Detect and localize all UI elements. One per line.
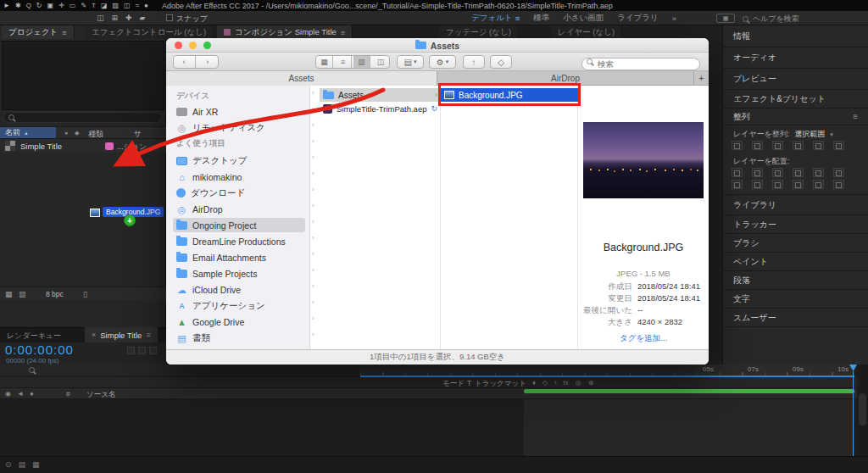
distribute-left-button[interactable] xyxy=(793,168,804,177)
selection-tool-icon[interactable]: ► xyxy=(3,0,10,11)
label-color-column-icon[interactable]: ● xyxy=(64,130,68,136)
align-hcenter-button[interactable] xyxy=(752,141,763,150)
distribute-bottom-button[interactable] xyxy=(772,168,783,177)
column-t[interactable]: T xyxy=(467,379,471,387)
add-tags-link[interactable]: タグを追加... xyxy=(578,333,709,344)
puppet-tool-icon[interactable]: ● xyxy=(144,0,148,11)
close-tab-icon[interactable]: × xyxy=(92,331,96,339)
tab-layer[interactable]: レイヤー (なし) xyxy=(551,25,622,39)
action-gear-button[interactable]: ⚙▾ xyxy=(429,55,456,69)
panel-paragraph[interactable]: 段落 xyxy=(722,271,868,290)
workspace-standard[interactable]: 標準 xyxy=(533,13,549,24)
panel-smoother[interactable]: スムーザー xyxy=(722,309,868,327)
panel-menu-icon[interactable]: ≡ xyxy=(62,28,67,37)
distribute-button[interactable] xyxy=(732,180,743,189)
list-view-button[interactable]: ≡ xyxy=(335,56,352,68)
quality-switch-icon[interactable]: \ xyxy=(554,379,556,387)
panel-align[interactable]: 整列≡ xyxy=(722,109,868,125)
distribute-hcenter-button[interactable] xyxy=(813,168,824,177)
icon-view-button[interactable]: ▦ xyxy=(316,56,333,68)
distribute-right-button[interactable] xyxy=(833,168,844,177)
snap-checkbox[interactable] xyxy=(166,14,173,21)
transfer-controls-icon[interactable]: ▦ xyxy=(32,460,40,469)
sidebar-item-sample-projects[interactable]: Sample Projects xyxy=(173,266,305,281)
guides-icon[interactable]: ⊞ xyxy=(112,14,119,22)
panel-tracker[interactable]: トラッカー xyxy=(722,215,868,234)
align-bottom-button[interactable] xyxy=(833,141,844,150)
panel-effects-presets[interactable]: エフェクト&プリセット xyxy=(722,90,868,109)
hand-tool-icon[interactable]: ✱ xyxy=(15,0,21,11)
sidebar-item-documents[interactable]: ▤書類 xyxy=(173,331,305,345)
sidebar-item-email-attachments[interactable]: Email Attachments xyxy=(173,250,305,264)
color-depth-label[interactable]: 8 bpc xyxy=(46,290,64,298)
effects-switch-icon[interactable]: fx xyxy=(563,379,568,387)
grid-options-icon[interactable]: ◫ xyxy=(97,14,104,22)
motion-blur-switch-icon[interactable]: ◎ xyxy=(576,379,581,387)
pan-behind-tool-icon[interactable]: ✛ xyxy=(58,0,64,11)
sidebar-item-desktop[interactable]: デスクトップ xyxy=(173,153,305,168)
column-view-button[interactable]: ▥ xyxy=(353,56,370,68)
share-button[interactable]: ↑ xyxy=(463,55,485,69)
sidebar-item-ongoing-project[interactable]: Ongoing Project xyxy=(173,218,305,232)
work-area-bar[interactable] xyxy=(524,389,854,393)
mask-feather-icon[interactable]: ▰ xyxy=(140,14,146,22)
workspace-default[interactable]: デフォルト≡ xyxy=(471,13,520,24)
interpret-footage-icon[interactable]: ▦ xyxy=(5,290,13,298)
video-eye-icon[interactable]: ◉ xyxy=(5,390,11,398)
project-search-field[interactable] xyxy=(3,112,161,123)
tab-effect-controls[interactable]: エフェクトコントロール (なし) xyxy=(85,25,214,39)
panel-brushes[interactable]: ブラシ xyxy=(722,234,868,253)
workspace-libraries[interactable]: ライブラリ xyxy=(617,13,659,24)
crosshair-icon[interactable]: ✚ xyxy=(125,14,132,22)
graph-editor-icon[interactable]: ▤ xyxy=(19,460,26,469)
align-left-button[interactable] xyxy=(732,141,743,150)
collapse-switch-icon[interactable]: ◇ xyxy=(542,379,548,387)
tab-timeline-comp[interactable]: × Simple Title ≡ xyxy=(85,327,158,342)
sidebar-item-home[interactable]: ⌂mikiomakino xyxy=(173,170,305,184)
tab-project[interactable]: プロジェクト≡ xyxy=(2,25,75,39)
align-vcenter-button[interactable] xyxy=(813,141,824,150)
distribute-button[interactable] xyxy=(752,180,763,189)
panel-character[interactable]: 文字 xyxy=(722,290,868,309)
rotation-tool-icon[interactable]: ↻ xyxy=(36,0,42,11)
workspace-switcher-icon[interactable]: ▦ xyxy=(716,14,735,23)
tab-render-queue[interactable]: レンダーキュー xyxy=(7,331,61,342)
panel-info[interactable]: 情報 xyxy=(722,25,868,47)
scrollbar-thumb[interactable] xyxy=(859,393,866,426)
finder-search-input[interactable] xyxy=(581,58,700,70)
timeline-view-options[interactable] xyxy=(127,347,157,354)
tab-composition[interactable]: コンポジション Simple Title≡ xyxy=(217,25,353,39)
search-icon[interactable] xyxy=(29,367,35,373)
tags-button[interactable]: ◇ xyxy=(490,55,512,69)
workspace-overflow-icon[interactable]: » xyxy=(672,14,676,23)
help-search[interactable]: ヘルプを検索 xyxy=(743,14,799,25)
sidebar-item-google-drive[interactable]: ▲Google Drive xyxy=(173,314,305,329)
audio-icon[interactable]: ◄ xyxy=(17,390,24,398)
file-row-aep[interactable]: Ae SimpleTitle-TrimPath.aep ↻ xyxy=(320,102,441,115)
align-right-button[interactable] xyxy=(772,141,783,150)
workspace-small-screen[interactable]: 小さい画面 xyxy=(563,13,604,24)
delete-icon[interactable]: ▯ xyxy=(83,290,87,298)
eraser-tool-icon[interactable]: ◫ xyxy=(124,0,131,11)
label-shape-column-icon[interactable]: ◆ xyxy=(75,130,79,136)
new-tab-button[interactable]: + xyxy=(693,71,709,86)
sidebar-item-icloud-drive[interactable]: ☁iCloud Drive xyxy=(173,282,305,297)
distribute-vcenter-button[interactable] xyxy=(752,168,763,177)
zoom-tool-icon[interactable]: Q xyxy=(26,0,31,11)
3d-switch-icon[interactable]: ⊕ xyxy=(588,379,594,387)
camera-tool-icon[interactable]: ▣ xyxy=(47,0,54,11)
sidebar-item-dreamline-productions[interactable]: DreamLine Productions xyxy=(173,234,305,248)
arrange-menu-button[interactable]: ▤▾ xyxy=(397,55,424,69)
tab-footage[interactable]: フッテージ (なし) xyxy=(439,25,519,39)
sidebar-item-downloads[interactable]: ダウンロード xyxy=(173,186,305,200)
align-top-button[interactable] xyxy=(793,141,804,150)
pen-tool-icon[interactable]: ✎ xyxy=(81,0,86,11)
panel-menu-icon[interactable]: ≡ xyxy=(341,28,346,37)
mask-tool-icon[interactable]: ▭ xyxy=(70,0,76,11)
shy-switch-icon[interactable]: ♦ xyxy=(532,379,536,387)
back-button[interactable]: ‹ xyxy=(174,56,196,68)
distribute-button[interactable] xyxy=(793,180,804,189)
distribute-button[interactable] xyxy=(833,180,844,189)
distribute-button[interactable] xyxy=(772,180,783,189)
type-tool-icon[interactable]: T xyxy=(92,0,96,11)
